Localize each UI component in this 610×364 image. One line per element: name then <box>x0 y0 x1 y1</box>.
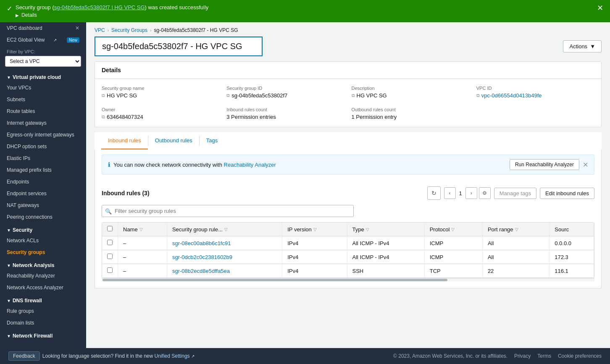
section-arrow-icon: ▼ <box>7 228 11 233</box>
sidebar-item-subnets[interactable]: Subnets <box>0 94 86 105</box>
col-protocol-label: Protocol <box>430 226 450 233</box>
sidebar-item-nat-gateways[interactable]: NAT gateways <box>0 199 86 211</box>
sidebar-item-managed-prefix[interactable]: Managed prefix lists <box>0 164 86 176</box>
sort-rule-icon[interactable]: ▽ <box>224 227 228 232</box>
row-type-2: SSH <box>347 264 424 278</box>
sidebar-item-endpoint-services[interactable]: Endpoint services <box>0 188 86 199</box>
sidebar-item-vpc-dashboard[interactable]: VPC dashboard ✕ <box>0 22 86 34</box>
sort-type-icon[interactable]: ▽ <box>366 227 369 232</box>
footer-cookie-link[interactable]: Cookie preferences <box>558 353 602 359</box>
sidebar-item-security-groups[interactable]: Security groups <box>0 246 86 258</box>
sg-id-value: ⧉ sg-04b5feda5c53802f7 <box>226 92 344 99</box>
footer-terms-link[interactable]: Terms <box>537 353 551 359</box>
reachability-analyzer-link[interactable]: Reachability Analyzer <box>224 162 276 168</box>
vpc-id-link[interactable]: vpc-0d66554d0413b49fe <box>481 92 542 99</box>
description-text: HG VPC SG <box>357 92 387 99</box>
sidebar-item-ec2-global-view[interactable]: EC2 Global View ↗ New <box>0 34 86 46</box>
info-banner: ℹ You can now check network connectivity… <box>102 155 594 175</box>
copy-icon-sg-name[interactable]: ⧉ <box>102 93 105 98</box>
sidebar-item-elastic-ips[interactable]: Elastic IPs <box>0 152 86 164</box>
details-grid: Security group name ⧉ HG VPC SG Security… <box>95 79 601 127</box>
actions-button[interactable]: Actions ▼ <box>563 40 602 52</box>
manage-tags-button[interactable]: Manage tags <box>494 188 536 199</box>
row-checkbox-0[interactable] <box>107 240 113 245</box>
sidebar-section-network-analysis[interactable]: ▼ Network Analysis <box>0 258 86 270</box>
info-text-prefix: You can now check network connectivity w… <box>113 162 224 168</box>
sort-ip-icon[interactable]: ▽ <box>313 227 317 232</box>
table-row: – sgr-08b2ecd8e5dffa5ea IPv4 SSH TCP 22 … <box>102 264 594 278</box>
sidebar-item-reachability-analyzer[interactable]: Reachability Analyzer <box>0 270 86 282</box>
refresh-button[interactable]: ↻ <box>427 186 441 200</box>
sg-link[interactable]: sg-04b5feda5c53802f7 | HG VPC SG <box>54 4 145 10</box>
tabs: Inbound rules Outbound rules Tags <box>95 132 602 149</box>
sort-protocol-icon[interactable]: ▽ <box>451 227 455 232</box>
success-details-toggle[interactable]: ▶ Details <box>16 12 208 18</box>
col-port-label: Port range <box>488 226 513 233</box>
next-page-button[interactable]: › <box>465 187 477 199</box>
row-protocol-0: ICMP <box>424 236 482 250</box>
row-checkbox-1[interactable] <box>107 254 113 259</box>
copy-icon-owner[interactable]: ⧉ <box>102 114 105 120</box>
row-checkbox-cell-1 <box>102 250 118 264</box>
success-text-prefix: Security group ( <box>16 4 54 10</box>
sidebar-item-peering-connections[interactable]: Peering connections <box>0 211 86 223</box>
copy-icon-desc[interactable]: ⧉ <box>352 93 355 98</box>
sg-name-label: Security group name <box>102 86 220 91</box>
sidebar-item-network-acls[interactable]: Network ACLs <box>0 235 86 246</box>
footer-copyright: © 2023, Amazon Web Services, Inc. or its… <box>393 353 507 359</box>
breadcrumb-vpc-link[interactable]: VPC <box>95 27 105 33</box>
sidebar: VPC dashboard ✕ EC2 Global View ↗ New Fi… <box>0 22 86 348</box>
select-all-checkbox[interactable] <box>107 226 113 231</box>
sort-port-icon[interactable]: ▽ <box>515 227 518 232</box>
col-ip-label: IP version <box>287 226 312 233</box>
sidebar-section-virtual-private-cloud[interactable]: ▼ Virtual private cloud <box>0 70 86 82</box>
col-source: Sourc <box>550 223 594 236</box>
row-port-2: 22 <box>482 264 549 278</box>
prev-page-button[interactable]: ‹ <box>444 187 456 199</box>
table-scrollbar <box>102 278 594 281</box>
tab-inbound-rules[interactable]: Inbound rules <box>101 132 148 150</box>
sidebar-item-egress-only[interactable]: Egress-only internet gateways <box>0 129 86 141</box>
tab-content: ℹ You can now check network connectivity… <box>95 149 602 288</box>
detail-inbound-count: Inbound rules count 3 Permission entries <box>226 107 344 120</box>
run-reachability-analyzer-button[interactable]: Run Reachability Analyzer <box>510 159 579 170</box>
col-rule-id-label: Security group rule... <box>172 226 223 233</box>
banner-close-button[interactable]: ✕ <box>597 4 603 12</box>
edit-inbound-rules-button[interactable]: Edit inbound rules <box>540 188 594 199</box>
sidebar-item-internet-gateways[interactable]: Internet gateways <box>0 117 86 129</box>
sidebar-item-domain-lists[interactable]: Domain lists <box>0 317 86 329</box>
scrollbar-thumb <box>103 279 447 281</box>
search-input[interactable] <box>102 205 354 217</box>
feedback-button[interactable]: Feedback <box>8 351 40 361</box>
tab-outbound-rules[interactable]: Outbound rules <box>148 132 199 150</box>
sidebar-item-endpoints[interactable]: Endpoints <box>0 176 86 188</box>
detail-description: Description ⧉ HG VPC SG <box>352 86 470 99</box>
sidebar-item-dhcp[interactable]: DHCP option sets <box>0 141 86 152</box>
sidebar-item-rule-groups[interactable]: Rule groups <box>0 305 86 317</box>
sidebar-item-network-access-analyzer[interactable]: Network Access Analyzer <box>0 282 86 293</box>
row-checkbox-2[interactable] <box>107 267 113 273</box>
sort-name-icon[interactable]: ▽ <box>139 227 143 232</box>
tab-tags[interactable]: Tags <box>200 132 224 150</box>
external-icon: ↗ <box>191 354 195 359</box>
sidebar-item-your-vpcs[interactable]: Your VPCs <box>0 82 86 94</box>
inbound-count-label: Inbound rules count <box>226 107 344 112</box>
unified-settings-link[interactable]: Unified Settings <box>155 353 190 359</box>
info-banner-close-button[interactable]: ✕ <box>583 161 588 169</box>
section-label: DNS firewall <box>13 298 42 304</box>
page-title: sg-04b5feda5c53802f7 - HG VPC SG <box>95 37 263 56</box>
sg-id-label: Security group ID <box>226 86 344 91</box>
sidebar-section-network-firewall[interactable]: ▼ Network Firewall <box>0 329 86 340</box>
table-settings-button[interactable]: ⚙ <box>479 187 491 199</box>
copy-icon-vpc[interactable]: ⧉ <box>476 93 480 98</box>
sidebar-section-dns-firewall[interactable]: ▼ DNS firewall <box>0 293 86 305</box>
col-ip-version: IP version▽ <box>282 223 347 236</box>
footer-privacy-link[interactable]: Privacy <box>514 353 531 359</box>
sidebar-item-route-tables[interactable]: Route tables <box>0 105 86 117</box>
vpc-filter-select[interactable]: Select a VPC <box>5 56 81 67</box>
description-value: ⧉ HG VPC SG <box>352 92 470 99</box>
copy-icon-sg-id[interactable]: ⧉ <box>226 93 230 98</box>
breadcrumb-security-groups-link[interactable]: Security Groups <box>111 27 147 33</box>
sidebar-section-security[interactable]: ▼ Security <box>0 223 86 235</box>
row-port-1: All <box>482 250 549 264</box>
